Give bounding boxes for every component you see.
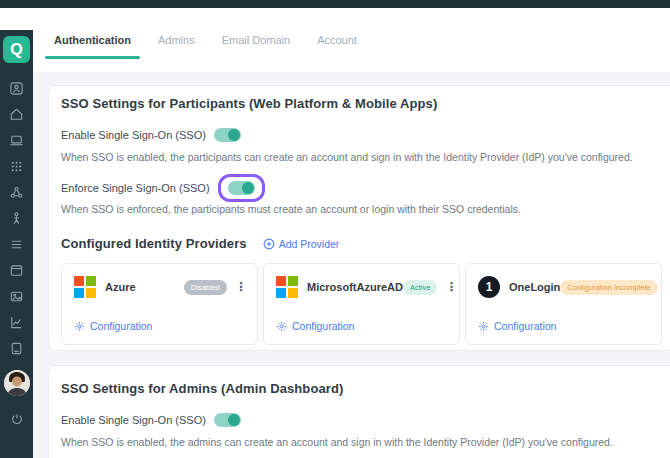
enable-sso-description: When SSO is enabled, the participants ca… xyxy=(61,151,670,163)
admins-section-title: SSO Settings for Admins (Admin Dashboard… xyxy=(61,381,670,396)
user-avatar[interactable] xyxy=(4,370,30,396)
onelogin-logo: 1 xyxy=(478,276,500,298)
toggle-knob xyxy=(228,414,240,426)
enforce-sso-toggle[interactable] xyxy=(228,181,255,195)
provider-card-onelogin: 1 OneLogin Configuration Incomplete ⋮ Co… xyxy=(465,263,662,345)
enforce-sso-description: When SSO is enforced, the participants m… xyxy=(61,203,670,215)
settings-tab-bar: Authentication Admins Email Domain Accou… xyxy=(33,8,670,72)
toggle-knob xyxy=(242,182,254,194)
microsoft-logo xyxy=(276,276,298,298)
highlight-annotation xyxy=(218,174,265,202)
apps-grid-icon[interactable] xyxy=(9,159,24,174)
status-badge: Active xyxy=(403,280,437,295)
sso-participants-panel: SSO Settings for Participants (Web Platf… xyxy=(48,85,670,351)
toggle-knob xyxy=(228,129,240,141)
provider-name: OneLogin xyxy=(509,281,560,293)
enable-sso-admins-label: Enable Single Sign-On (SSO) xyxy=(61,414,206,426)
add-provider-label: Add Provider xyxy=(279,238,340,250)
add-provider-button[interactable]: Add Provider xyxy=(263,238,340,250)
kebab-menu-icon[interactable]: ⋮ xyxy=(666,282,670,292)
participants-section-title: SSO Settings for Participants (Web Platf… xyxy=(61,96,670,111)
laptop-icon[interactable] xyxy=(9,133,24,148)
providers-title: Configured Identity Providers xyxy=(61,236,247,251)
provider-name: Azure xyxy=(105,281,136,293)
configuration-link[interactable]: Configuration xyxy=(478,320,556,332)
person-icon[interactable] xyxy=(9,211,24,226)
enable-sso-admins-toggle[interactable] xyxy=(214,413,241,427)
home-icon[interactable] xyxy=(9,107,24,122)
main-content: SSO Settings for Participants (Web Platf… xyxy=(33,72,670,458)
configuration-link[interactable]: Configuration xyxy=(276,320,354,332)
power-icon[interactable] xyxy=(10,412,24,426)
enable-sso-toggle[interactable] xyxy=(214,128,241,142)
enforce-sso-label: Enforce Single Sign-On (SSO) xyxy=(61,182,210,194)
provider-card-microsoftazuread: MicrosoftAzureAD Active ⋮ Configuration xyxy=(263,263,460,345)
kebab-menu-icon[interactable]: ⋮ xyxy=(235,282,247,292)
status-badge: Disabled xyxy=(184,280,227,295)
report-icon[interactable] xyxy=(9,341,24,356)
sso-admins-panel: SSO Settings for Admins (Admin Dashboard… xyxy=(48,365,670,458)
enable-sso-admins-description: When SSO is enabled, the admins can crea… xyxy=(61,436,670,448)
provider-name: MicrosoftAzureAD xyxy=(307,281,403,293)
top-bar xyxy=(0,0,670,8)
app-logo[interactable]: Q xyxy=(3,36,30,63)
tab-email-domain[interactable]: Email Domain xyxy=(222,28,290,52)
enable-sso-label: Enable Single Sign-On (SSO) xyxy=(61,129,206,141)
tab-account[interactable]: Account xyxy=(317,28,357,52)
kebab-menu-icon[interactable]: ⋮ xyxy=(445,282,457,292)
tab-admins[interactable]: Admins xyxy=(158,28,195,52)
sidebar: Q xyxy=(0,30,33,458)
network-hub-icon[interactable] xyxy=(9,185,24,200)
gear-icon xyxy=(478,321,489,332)
window-icon[interactable] xyxy=(9,263,24,278)
list-icon[interactable] xyxy=(9,237,24,252)
analytics-chart-icon[interactable] xyxy=(9,315,24,330)
user-badge-icon[interactable] xyxy=(9,81,24,96)
provider-card-azure: Azure Disabled ⋮ Configuration xyxy=(61,263,258,345)
gear-icon xyxy=(74,321,85,332)
tab-authentication[interactable]: Authentication xyxy=(54,28,131,52)
media-icon[interactable] xyxy=(9,289,24,304)
gear-icon xyxy=(276,321,287,332)
plus-circle-icon xyxy=(263,238,275,250)
configuration-link[interactable]: Configuration xyxy=(74,320,152,332)
status-badge: Configuration Incomplete xyxy=(560,280,657,295)
microsoft-logo xyxy=(74,276,96,298)
provider-cards: Azure Disabled ⋮ Configuration Microsoft… xyxy=(61,263,670,345)
